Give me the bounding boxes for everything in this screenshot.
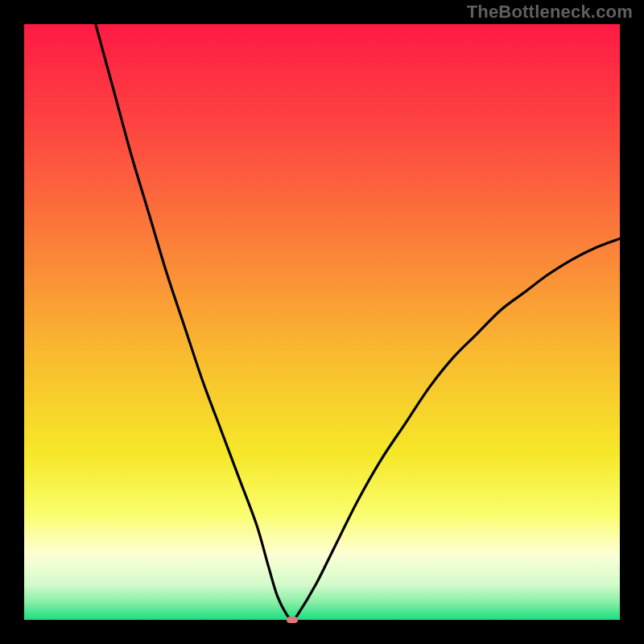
plot-area	[24, 24, 620, 620]
optimal-point-marker	[287, 617, 298, 623]
bottleneck-curve	[96, 24, 620, 620]
curve-svg	[24, 24, 620, 620]
watermark-text: TheBottleneck.com	[467, 2, 633, 23]
chart-container: TheBottleneck.com	[0, 0, 644, 644]
